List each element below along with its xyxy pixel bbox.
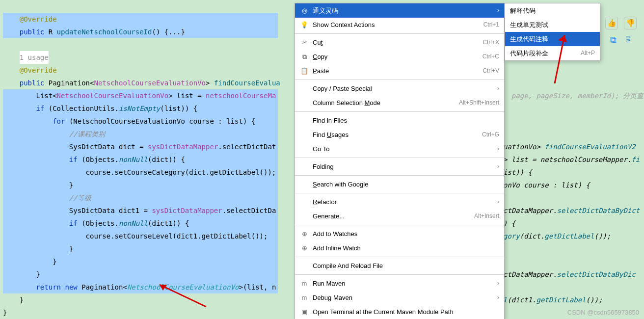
menu-label: Generate... bbox=[313, 210, 474, 223]
menu-shortcut: Alt+Insert bbox=[474, 210, 499, 223]
set-cat: course.setCourseCategory(dict.getDictLab… bbox=[86, 168, 276, 176]
menu-item-6[interactable]: Find in Files bbox=[295, 113, 504, 128]
menu-icon: ▣ bbox=[300, 305, 309, 319]
r1: uationVo bbox=[503, 143, 536, 151]
r8a: ctDataMapper bbox=[503, 270, 553, 278]
usage-hint[interactable]: 1 usage bbox=[20, 51, 49, 64]
kw-public: public bbox=[20, 28, 45, 36]
list-var: > list = bbox=[168, 92, 206, 100]
r8b: . bbox=[553, 270, 557, 278]
folded-body[interactable]: {...} bbox=[160, 28, 185, 36]
r4: onVo course : list) { bbox=[503, 181, 590, 189]
find-method: findCourseEvalua bbox=[214, 79, 280, 87]
r10b: (dict1. bbox=[507, 296, 536, 304]
r1c: findCourseEvaluationV2 bbox=[544, 143, 635, 151]
r6: ) { bbox=[503, 219, 515, 227]
gen3: NetschoolCourseEvaluationVo bbox=[127, 283, 239, 291]
menu-item-13[interactable]: ⊕Add to Watches bbox=[295, 227, 504, 241]
copy-code-icon[interactable]: ⧉ bbox=[610, 34, 621, 45]
brace1: } bbox=[69, 181, 73, 189]
dict1-decl: SysDictData dict1 = bbox=[69, 207, 152, 214]
menu-shortcut: Ctrl+1 bbox=[483, 18, 499, 31]
submenu-item-2[interactable]: 生成代码注释 bbox=[505, 32, 600, 46]
brace5: } bbox=[20, 296, 24, 304]
menu-item-0[interactable]: 💡Show Context ActionsCtrl+1 bbox=[295, 18, 504, 32]
hint-params: page, pageSize, memberId); bbox=[511, 92, 619, 100]
menu-label: Run Maven bbox=[313, 277, 497, 290]
r5a: ctDataMapper bbox=[503, 207, 553, 214]
comment1: //课程类别 bbox=[69, 130, 105, 138]
menu-shortcut: › bbox=[497, 291, 499, 304]
submenu-label: 生成单元测试 bbox=[510, 18, 595, 32]
menu-shortcut: Ctrl+C bbox=[483, 50, 499, 63]
r5b: . bbox=[553, 207, 557, 214]
thumbs-down-button[interactable]: 👎 bbox=[624, 17, 637, 29]
obj: (Objects. bbox=[78, 156, 119, 163]
annotation: @Override bbox=[20, 15, 57, 23]
menu-item-15[interactable]: Compile And Reload File bbox=[295, 259, 504, 273]
submenu-label: 生成代码注释 bbox=[510, 32, 595, 46]
menu-item-4[interactable]: Copy / Paste Special› bbox=[295, 81, 504, 96]
dict1-arg: (dict1)) { bbox=[148, 219, 189, 227]
context-menu[interactable]: ◎ 通义灵码 › 💡Show Context ActionsCtrl+1✂Cut… bbox=[295, 3, 505, 319]
menu-item-3[interactable]: 📋PasteCtrl+V bbox=[295, 64, 504, 78]
menu-tongyi[interactable]: ◎ 通义灵码 › bbox=[295, 3, 504, 18]
menu-item-2[interactable]: ⧉CopyCtrl+C bbox=[295, 50, 504, 64]
menu-icon: 💡 bbox=[300, 18, 309, 31]
gen2: NetschoolCourseEvaluationVo bbox=[57, 92, 169, 100]
r7d: ()); bbox=[594, 232, 611, 240]
nonNull: nonNull bbox=[119, 156, 148, 163]
menu-shortcut: Ctrl+G bbox=[482, 128, 499, 141]
menu-item-10[interactable]: Search with Google bbox=[295, 177, 504, 191]
menu-label: Compile And Reload File bbox=[313, 259, 499, 272]
right-code-preview: page, pageSize, memberId); 分页查询条件 uation… bbox=[503, 64, 644, 319]
menu-item-8[interactable]: Go To› bbox=[295, 142, 504, 156]
menu-item-18[interactable]: ▣Open Terminal at the Current Maven Modu… bbox=[295, 305, 504, 319]
menu-icon: m bbox=[300, 277, 309, 290]
submenu-item-3[interactable]: 代码片段补全Alt+P bbox=[505, 46, 600, 60]
submenu-item-0[interactable]: 解释代码 bbox=[505, 3, 600, 18]
menu-item-11[interactable]: Refactor› bbox=[295, 195, 504, 209]
r5c: selectDictDataByDict bbox=[557, 207, 640, 214]
menu-label: Debug Maven bbox=[313, 291, 497, 304]
menu-label: Add Inline Watch bbox=[313, 241, 499, 255]
pag: Pagination< bbox=[49, 79, 94, 87]
pag-args: >(list, n bbox=[239, 283, 276, 291]
kw-if3: if bbox=[69, 219, 78, 227]
menu-item-7[interactable]: Find UsagesCtrl+G bbox=[295, 128, 504, 142]
menu-icon: 📋 bbox=[300, 64, 309, 78]
menu-item-1[interactable]: ✂CutCtrl+X bbox=[295, 35, 504, 50]
gen-type: NetschoolCourseEvaluationVo bbox=[94, 79, 206, 87]
brace6: } bbox=[3, 309, 7, 317]
menu-item-12[interactable]: Generate...Alt+Insert bbox=[295, 209, 504, 223]
comment2: //等级 bbox=[69, 194, 91, 202]
menu-label: Find in Files bbox=[313, 114, 499, 127]
insert-code-icon[interactable]: ⎘ bbox=[626, 34, 637, 45]
submenu-label: 解释代码 bbox=[510, 3, 595, 18]
dict-mapper2: sysDictDataMapper bbox=[152, 207, 222, 214]
submenu-item-1[interactable]: 生成单元测试 bbox=[505, 18, 600, 32]
thumbs-up-button[interactable]: 👍 bbox=[605, 17, 618, 29]
brace2: } bbox=[69, 245, 73, 253]
menu-icon: ⊕ bbox=[300, 227, 309, 240]
menu-shortcut: › bbox=[497, 195, 499, 209]
ret-type: R bbox=[49, 28, 53, 36]
brace4: } bbox=[36, 270, 40, 278]
menu-item-9[interactable]: Folding› bbox=[295, 160, 504, 174]
obj2: (Objects. bbox=[78, 219, 119, 227]
menu-item-16[interactable]: mRun Maven› bbox=[295, 276, 504, 291]
menu-item-14[interactable]: ⊕Add Inline Watch bbox=[295, 241, 504, 255]
menu-item-17[interactable]: mDebug Maven› bbox=[295, 291, 504, 305]
submenu-shortcut: Alt+P bbox=[581, 46, 595, 60]
menu-label: Paste bbox=[313, 64, 483, 78]
kw-for: for bbox=[53, 117, 65, 125]
menu-label: Copy bbox=[313, 50, 483, 63]
menu-item-5[interactable]: Column Selection ModeAlt+Shift+Insert bbox=[295, 96, 504, 110]
annotation2: @Override bbox=[20, 66, 57, 74]
r2a: > list = netschoolCourseMapper. bbox=[503, 156, 631, 163]
dict-decl: SysDictData dict = bbox=[69, 143, 148, 151]
submenu[interactable]: 解释代码生成单元测试生成代码注释代码片段补全Alt+P bbox=[505, 3, 600, 61]
sel-dict: .selectDictDat bbox=[218, 143, 276, 151]
submenu-arrow-icon: › bbox=[497, 4, 499, 17]
sel-dict1: .selectDictDa bbox=[222, 207, 276, 214]
